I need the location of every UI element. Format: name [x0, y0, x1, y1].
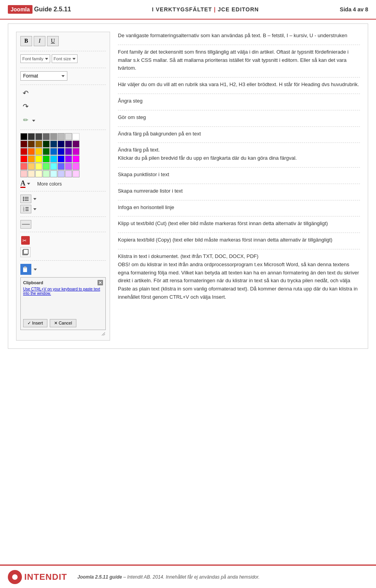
intendit-logo-inner — [11, 573, 19, 581]
color-cell[interactable] — [58, 133, 65, 140]
color-cell[interactable] — [20, 170, 27, 177]
color-cell[interactable] — [65, 170, 72, 177]
bold-button[interactable]: B — [20, 36, 32, 46]
color-cell[interactable] — [65, 133, 72, 140]
color-cell[interactable] — [50, 163, 57, 170]
color-cell[interactable] — [20, 148, 27, 155]
format-row: Format — [20, 71, 106, 81]
svg-rect-19 — [24, 267, 26, 268]
section-bullet-list-text: Skapa punktlistor i text — [118, 171, 360, 179]
color-cell[interactable] — [28, 148, 35, 155]
format-select[interactable]: Format — [20, 71, 67, 81]
font-family-arrow-icon — [45, 58, 48, 60]
color-cell[interactable] — [72, 133, 80, 140]
section-copy: Kopiera text/bild (Copy) (text eller bil… — [118, 236, 360, 249]
insert-button[interactable]: ✓ Insert — [23, 319, 47, 327]
numbered-list-row: 1. 2. 3. — [20, 205, 106, 213]
paste-button[interactable] — [20, 264, 31, 275]
font-size-select[interactable]: Font size — [52, 54, 78, 63]
color-cell[interactable] — [72, 163, 80, 170]
section-horizontal-rule: Infoga en horisontell linje — [118, 204, 360, 217]
section-undo-text: Ångra steg — [118, 97, 360, 105]
color-cell[interactable] — [50, 170, 57, 177]
color-cell[interactable] — [28, 155, 35, 162]
header-verktygsfalt: I VERKTYGSFÄLTET — [152, 6, 212, 13]
numbered-list-icon: 1. 2. 3. — [22, 206, 29, 212]
cancel-button[interactable]: ✕ Cancel — [50, 319, 76, 327]
color-cell[interactable] — [72, 155, 80, 162]
section-bg-color-text: Ändra färg på bakgrunden på en text — [118, 130, 360, 138]
section-copy-text: Kopiera text/bild (Copy) (text eller bil… — [118, 236, 360, 244]
clipboard-close-icon[interactable] — [98, 280, 103, 285]
color-cell[interactable] — [35, 170, 42, 177]
color-cell[interactable] — [65, 155, 72, 162]
bullet-list-icon — [22, 196, 29, 202]
text-color-row: A More colors — [20, 180, 106, 188]
color-cell[interactable] — [43, 141, 50, 148]
color-cell[interactable] — [20, 163, 27, 170]
divider-6 — [20, 216, 106, 217]
clipboard-popup: Clipboard Use CTRL+V on your keyboard to… — [20, 277, 106, 330]
text-color-arrow-icon — [27, 183, 30, 185]
text-color-button[interactable]: A — [20, 180, 30, 188]
color-cell[interactable] — [43, 148, 50, 155]
divider-4 — [20, 130, 106, 130]
clipboard-title: Clipboard — [23, 280, 103, 285]
footer-brand-name: INTENDIT — [24, 572, 67, 582]
svg-point-5 — [23, 200, 24, 201]
clipboard-description: Use CTRL+V on your keyboard to paste tex… — [23, 287, 103, 296]
color-cell[interactable] — [43, 170, 50, 177]
color-cell[interactable] — [28, 141, 35, 148]
color-cell[interactable] — [43, 155, 50, 162]
color-cell[interactable] — [28, 133, 35, 140]
color-cell[interactable] — [50, 141, 57, 148]
paste-row — [20, 264, 106, 275]
color-cell[interactable] — [35, 163, 42, 170]
numbered-list-button[interactable]: 1. 2. 3. — [20, 205, 31, 213]
color-cell[interactable] — [28, 163, 35, 170]
footer-copyright-text: Joomla 2.5.11 guide – Intendit AB. 2014.… — [77, 574, 259, 580]
edit-button[interactable]: ✏ — [20, 115, 31, 125]
color-cell[interactable] — [43, 163, 50, 170]
bullet-list-button[interactable] — [20, 195, 31, 203]
color-cell[interactable] — [58, 170, 65, 177]
color-cell[interactable] — [58, 148, 65, 155]
color-cell[interactable] — [72, 148, 80, 155]
section-text-color-text: Ändra färg på text.Klickar du på pilen b… — [118, 146, 360, 162]
color-cell[interactable] — [20, 155, 27, 162]
color-cell[interactable] — [35, 133, 42, 140]
cut-button[interactable]: ✂ — [20, 235, 31, 245]
color-cell[interactable] — [72, 141, 80, 148]
color-cell[interactable] — [72, 170, 80, 177]
color-cell[interactable] — [58, 155, 65, 162]
color-cell[interactable] — [65, 148, 72, 155]
underline-button[interactable]: U — [47, 36, 59, 46]
undo-button[interactable]: ↶ — [20, 88, 31, 98]
section-text-color: Ändra färg på text.Klickar du på pilen b… — [118, 146, 360, 168]
numbered-list-arrow-icon — [33, 208, 36, 210]
color-cell[interactable] — [28, 170, 35, 177]
color-cell[interactable] — [20, 141, 27, 148]
color-cell[interactable] — [20, 133, 27, 140]
color-cell[interactable] — [58, 163, 65, 170]
color-cell[interactable] — [50, 155, 57, 162]
edit-arrow-icon — [32, 120, 35, 122]
divider-3 — [20, 85, 106, 85]
color-cell[interactable] — [50, 133, 57, 140]
copy-button[interactable] — [20, 247, 31, 257]
section-bullet-list: Skapa punktlistor i text — [118, 171, 360, 184]
color-cell[interactable] — [35, 155, 42, 162]
color-cell[interactable] — [35, 148, 42, 155]
font-family-select[interactable]: Font family — [20, 54, 50, 63]
italic-button[interactable]: I — [34, 36, 45, 46]
color-cell[interactable] — [65, 141, 72, 148]
text-format-row: B I U — [20, 36, 106, 46]
horizontal-rule-button[interactable] — [20, 220, 31, 229]
color-cell[interactable] — [58, 141, 65, 148]
color-cell[interactable] — [43, 133, 50, 140]
redo-button[interactable]: ↷ — [20, 101, 31, 112]
color-cell[interactable] — [50, 148, 57, 155]
color-cell[interactable] — [65, 163, 72, 170]
header-middle: I VERKTYGSFÄLTET | JCE EDITORN — [71, 6, 340, 13]
color-cell[interactable] — [35, 141, 42, 148]
